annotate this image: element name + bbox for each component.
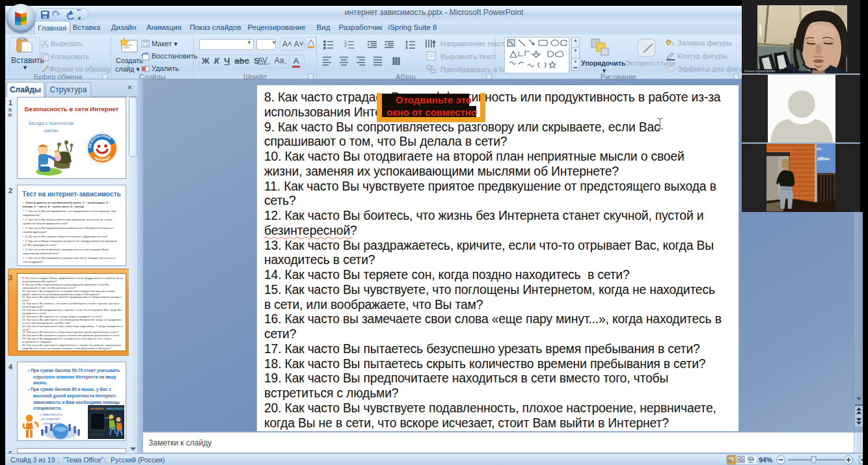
svg-text:зависимость: зависимость bbox=[106, 406, 124, 410]
svg-text:не позволяй: не позволяй bbox=[41, 417, 59, 421]
svg-text:2: 2 bbox=[344, 43, 347, 47]
svg-text:у зависимости: у зависимости bbox=[39, 412, 62, 416]
svg-text:интернет: интернет bbox=[90, 406, 105, 410]
